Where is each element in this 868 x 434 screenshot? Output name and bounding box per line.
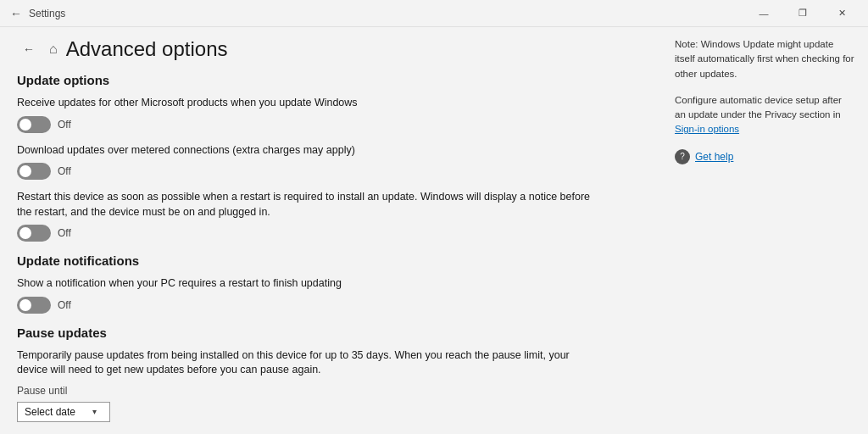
nav-header: ← ⌂ Advanced options <box>17 37 644 61</box>
option1-toggle-row: Off <box>17 116 644 133</box>
option3-label: Restart this device as soon as possible … <box>17 190 593 220</box>
option2-toggle-track <box>17 163 51 180</box>
notification-toggle-row: Off <box>17 297 644 314</box>
right-note-2-text: Configure automatic device setup after a… <box>675 93 854 137</box>
option1-toggle[interactable] <box>17 116 51 133</box>
page-title: Advanced options <box>66 37 228 61</box>
option2-toggle-row: Off <box>17 163 644 180</box>
sign-in-options-link[interactable]: Sign-in options <box>675 124 739 134</box>
pause-updates-section: Pause updates Temporarily pause updates … <box>17 326 644 435</box>
select-date-text: Select date <box>25 406 75 418</box>
option3-toggle-thumb <box>19 227 31 239</box>
restore-button[interactable]: ❐ <box>783 0 822 27</box>
content-area: ← ⌂ Advanced options Update options Rece… <box>0 27 868 434</box>
title-bar: ← Settings — ❐ ✕ <box>0 0 868 27</box>
option1-toggle-thumb <box>19 119 31 131</box>
select-date-dropdown[interactable]: Select date ▾ <box>17 402 110 422</box>
option3-toggle-row: Off <box>17 225 644 242</box>
minimize-button[interactable]: — <box>744 0 783 27</box>
option1-label: Receive updates for other Microsoft prod… <box>17 96 593 111</box>
help-icon: ? <box>675 149 690 164</box>
option2-label: Download updates over metered connection… <box>17 143 593 159</box>
pause-updates-description: Temporarily pause updates from being ins… <box>17 348 593 378</box>
notification-option-label: Show a notification when your PC require… <box>17 276 593 292</box>
pause-updates-title: Pause updates <box>17 326 644 340</box>
get-help-link[interactable]: Get help <box>695 149 733 164</box>
option3-toggle-track <box>17 225 51 242</box>
option1-toggle-label: Off <box>58 119 71 131</box>
app-title: Settings <box>29 8 65 19</box>
option2-toggle-thumb <box>19 165 31 177</box>
notification-toggle-label: Off <box>58 299 71 311</box>
option1-toggle-track <box>17 116 51 133</box>
update-notifications-title: Update notifications <box>17 253 644 268</box>
title-bar-controls: — ❐ ✕ <box>744 0 861 27</box>
back-arrow-icon: ← <box>23 42 35 56</box>
get-help-row: ? Get help <box>675 149 854 164</box>
home-icon: ⌂ <box>49 42 58 57</box>
right-note-2: Configure automatic device setup after a… <box>675 93 854 137</box>
right-panel: Note: Windows Update might update itself… <box>661 27 868 434</box>
update-notifications-section: Update notifications Show a notification… <box>17 253 644 314</box>
right-note-1: Note: Windows Update might update itself… <box>675 37 854 81</box>
option2-toggle[interactable] <box>17 163 51 180</box>
notification-toggle[interactable] <box>17 297 51 314</box>
update-options-title: Update options <box>17 73 644 87</box>
back-button[interactable]: ← <box>17 37 41 61</box>
option2-toggle-label: Off <box>58 165 71 177</box>
notification-toggle-thumb <box>19 299 31 311</box>
right-note-1-text: Note: Windows Update might update itself… <box>675 37 854 81</box>
pause-until-label: Pause until <box>17 385 644 397</box>
left-panel: ← ⌂ Advanced options Update options Rece… <box>0 27 661 434</box>
option3-toggle[interactable] <box>17 225 51 242</box>
chevron-down-icon: ▾ <box>92 407 97 416</box>
option3-toggle-label: Off <box>58 227 71 239</box>
title-bar-left: ← Settings <box>10 7 65 20</box>
notification-toggle-track <box>17 297 51 314</box>
back-nav-icon[interactable]: ← <box>10 7 22 20</box>
update-options-section: Update options Receive updates for other… <box>17 73 644 242</box>
close-button[interactable]: ✕ <box>822 0 861 27</box>
